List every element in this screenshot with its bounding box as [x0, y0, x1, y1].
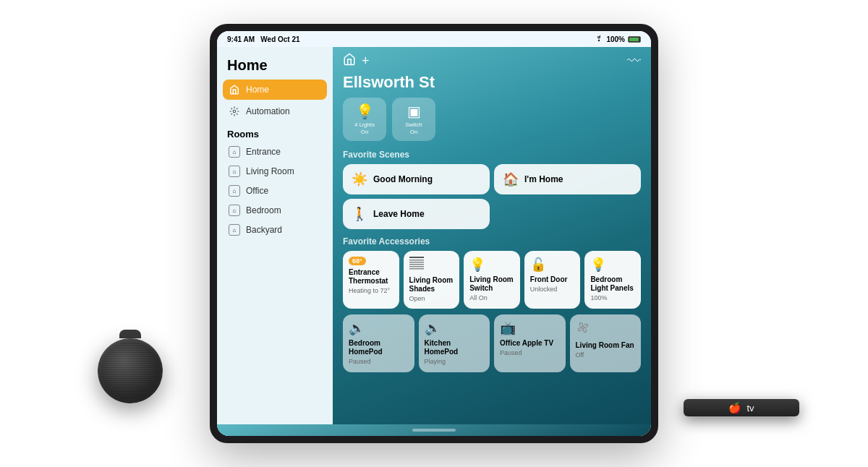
battery-percent: 100% — [606, 35, 625, 43]
shades-card[interactable]: Living Room Shades Open — [404, 251, 460, 309]
switch-name: Living Room Switch — [469, 275, 514, 293]
office-appletv-status: Paused — [500, 349, 560, 357]
light-panels-card[interactable]: 💡 Bedroom Light Panels 100% — [584, 251, 641, 309]
status-time: 9:41 AM Wed Oct 21 — [227, 35, 300, 43]
kitchen-homepod-card[interactable]: 🔊 Kitchen HomePod Playing — [419, 314, 490, 372]
leave-home-icon: 🚶 — [352, 206, 367, 222]
switch-tile[interactable]: ▣ Switch On — [392, 98, 435, 141]
light-panels-name: Bedroom Light Panels — [590, 275, 635, 293]
battery-icon — [628, 36, 641, 43]
front-door-status: Unlocked — [530, 286, 575, 294]
home-indicator-bar — [217, 424, 651, 436]
office-room-icon: ⌂ — [229, 185, 240, 197]
im-home-label: I'm Home — [524, 174, 563, 184]
thermostat-card[interactable]: 68° Entrance Thermostat Heating to 72° — [343, 251, 399, 309]
sidebar-title: Home — [223, 54, 327, 80]
rooms-section-title: Rooms — [223, 123, 327, 142]
fan-status: Off — [576, 351, 636, 359]
add-button[interactable]: + — [362, 53, 370, 69]
homepod-body — [98, 338, 163, 403]
status-bar: 9:41 AM Wed Oct 21 100% — [217, 31, 651, 47]
svg-rect-6 — [409, 268, 424, 270]
sidebar-item-backyard[interactable]: ⌂ Backyard — [223, 220, 327, 239]
livingroom-label: Living Room — [246, 166, 294, 176]
fan-name: Living Room Fan — [576, 341, 636, 350]
backyard-room-icon: ⌂ — [229, 224, 240, 236]
apple-logo: 🍎 — [728, 402, 741, 414]
sidebar-item-bedroom[interactable]: ⌂ Bedroom — [223, 201, 327, 220]
location-title: Ellsworth St — [343, 73, 641, 92]
bedroom-homepod-status: Paused — [349, 358, 409, 366]
switch-icon: 💡 — [469, 257, 514, 273]
thermostat-name: Entrance Thermostat — [349, 268, 393, 286]
main-content: + Ellsworth St 💡 4 Lights O — [333, 47, 651, 424]
homepod-device — [87, 330, 174, 424]
accessories-grid-row2: 🔊 Bedroom HomePod Paused 🔊 Kitchen HomeP… — [343, 314, 641, 372]
lights-label: 4 Lights On — [354, 121, 375, 135]
home-indicator — [412, 429, 456, 432]
im-home-icon: 🏠 — [503, 171, 519, 187]
switch-card[interactable]: 💡 Living Room Switch All On — [464, 251, 520, 309]
main-header: + — [343, 53, 641, 69]
switch-status: All On — [469, 294, 514, 302]
scene-good-morning[interactable]: ☀️ Good Morning — [343, 164, 490, 194]
siri-icon[interactable] — [626, 55, 641, 67]
bedroom-room-icon: ⌂ — [229, 205, 240, 216]
sidebar-item-entrance[interactable]: ⌂ Entrance — [223, 142, 327, 161]
front-door-name: Front Door — [530, 275, 575, 284]
homepod-mesh — [101, 342, 159, 400]
bedroom-label: Bedroom — [246, 205, 281, 215]
atv-label: tv — [746, 403, 754, 414]
svg-rect-4 — [409, 264, 424, 265]
automation-icon — [229, 106, 240, 117]
scene-leave-home[interactable]: 🚶 Leave Home — [343, 199, 490, 229]
atv-body: 🍎 tv — [684, 399, 799, 416]
svg-rect-5 — [409, 266, 424, 267]
sidebar-item-livingroom[interactable]: ⌂ Living Room — [223, 162, 327, 181]
apple-tv-device: 🍎 tv — [684, 399, 799, 416]
lights-icon: 💡 — [356, 103, 374, 120]
lights-tile[interactable]: 💡 4 Lights On — [343, 98, 386, 141]
appletv-icon: 📺 — [500, 320, 560, 336]
temp-badge: 68° — [349, 257, 366, 265]
front-door-card[interactable]: 🔓 Front Door Unlocked — [524, 251, 581, 309]
homepod-top — [119, 330, 141, 338]
home-icon[interactable] — [343, 53, 356, 69]
fan-icon — [576, 320, 636, 338]
accessories-grid-row1: 68° Entrance Thermostat Heating to 72° L… — [343, 251, 641, 309]
fan-card[interactable]: Living Room Fan Off — [570, 314, 642, 372]
main-scene: 9:41 AM Wed Oct 21 100% — [0, 0, 868, 467]
header-left: + — [343, 53, 370, 69]
home-nav-icon — [229, 84, 240, 95]
good-morning-label: Good Morning — [373, 174, 433, 184]
switch-label: Switch On — [405, 121, 422, 135]
sidebar: Home Home — [217, 47, 333, 424]
svg-rect-3 — [409, 262, 424, 263]
scenes-grid: ☀️ Good Morning 🏠 I'm Home 🚶 Leave Home — [343, 164, 641, 229]
svg-rect-2 — [409, 260, 424, 261]
scene-im-home[interactable]: 🏠 I'm Home — [494, 164, 641, 194]
sidebar-item-office[interactable]: ⌂ Office — [223, 181, 327, 200]
bedroom-homepod-card[interactable]: 🔊 Bedroom HomePod Paused — [343, 314, 414, 372]
device-tiles: 💡 4 Lights On ▣ Switch On — [343, 98, 641, 141]
thermostat-status: Heating to 72° — [349, 287, 393, 295]
office-label: Office — [246, 186, 268, 196]
backyard-label: Backyard — [246, 225, 282, 235]
status-right: 100% — [595, 35, 641, 43]
switch-tile-icon: ▣ — [407, 103, 421, 120]
shades-icon — [409, 257, 454, 273]
lock-icon: 🔓 — [530, 257, 575, 273]
accessories-section-title: Favorite Accessories — [343, 236, 641, 247]
entrance-room-icon: ⌂ — [229, 146, 240, 158]
kitchen-homepod-name: Kitchen HomePod — [425, 339, 485, 356]
ipad-screen: 9:41 AM Wed Oct 21 100% — [217, 31, 651, 436]
office-appletv-name: Office Apple TV — [500, 339, 560, 348]
shades-status: Open — [409, 295, 454, 303]
office-appletv-card[interactable]: 📺 Office Apple TV Paused — [494, 314, 566, 372]
bedroom-homepod-name: Bedroom HomePod — [349, 339, 409, 356]
svg-point-0 — [233, 110, 236, 113]
sidebar-item-automation[interactable]: Automation — [223, 101, 327, 121]
entrance-label: Entrance — [246, 147, 281, 157]
light-panels-status: 100% — [590, 294, 635, 302]
sidebar-item-home[interactable]: Home — [223, 80, 327, 100]
